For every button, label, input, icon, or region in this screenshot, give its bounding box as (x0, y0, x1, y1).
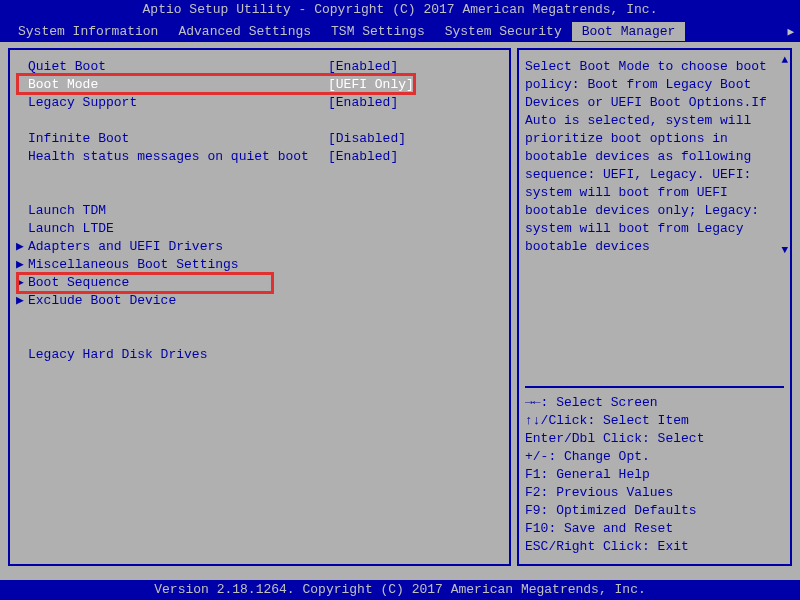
label-launch-ltde: Launch LTDE (28, 220, 328, 238)
submenu-arrow-icon: ▶ (16, 274, 28, 292)
tab-boot-manager[interactable]: Boot Manager (572, 22, 686, 41)
title-bar: Aptio Setup Utility - Copyright (C) 2017… (0, 0, 800, 20)
tab-advanced-settings[interactable]: Advanced Settings (168, 22, 321, 41)
item-launch-ltde[interactable]: Launch LTDE (16, 220, 503, 238)
key-change-opt: +/-: Change Opt. (525, 448, 784, 466)
help-panel: ▲ ▼ Select Boot Mode to choose boot poli… (517, 48, 792, 566)
item-quiet-boot[interactable]: Quiet Boot [Enabled] (16, 58, 503, 76)
label-launch-tdm: Launch TDM (28, 202, 328, 220)
item-launch-tdm[interactable]: Launch TDM (16, 202, 503, 220)
label-adapters: Adapters and UEFI Drivers (28, 238, 328, 256)
key-select-item: ↑↓/Click: Select Item (525, 412, 784, 430)
submenu-arrow-icon: ▶ (16, 256, 28, 274)
key-select: Enter/Dbl Click: Select (525, 430, 784, 448)
help-text: Select Boot Mode to choose boot policy: … (525, 58, 784, 380)
label-misc: Miscellaneous Boot Settings (28, 256, 328, 274)
footer-bar: Version 2.18.1264. Copyright (C) 2017 Am… (0, 580, 800, 600)
label-boot-seq: Boot Sequence (28, 274, 328, 292)
item-adapters-uefi-drivers[interactable]: ▶ Adapters and UEFI Drivers (16, 238, 503, 256)
tab-tsm-settings[interactable]: TSM Settings (321, 22, 435, 41)
key-previous-values: F2: Previous Values (525, 484, 784, 502)
label-boot-mode: Boot Mode (28, 76, 328, 94)
item-infinite-boot[interactable]: Infinite Boot [Disabled] (16, 130, 503, 148)
submenu-arrow-icon: ▶ (16, 238, 28, 256)
label-legacy-support: Legacy Support (28, 94, 328, 112)
key-exit: ESC/Right Click: Exit (525, 538, 784, 556)
key-optimized-defaults: F9: Optimized Defaults (525, 502, 784, 520)
key-select-screen: →←: Select Screen (525, 394, 784, 412)
value-infinite-boot: [Disabled] (328, 130, 406, 148)
keyhelp-block: →←: Select Screen ↑↓/Click: Select Item … (525, 394, 784, 556)
item-health-status[interactable]: Health status messages on quiet boot [En… (16, 148, 503, 184)
item-legacy-support[interactable]: Legacy Support [Enabled] (16, 94, 503, 112)
item-misc-boot-settings[interactable]: ▶ Miscellaneous Boot Settings (16, 256, 503, 274)
scroll-down-icon: ▼ (781, 244, 788, 256)
tab-scroll-right-icon[interactable]: ▶ (787, 25, 794, 38)
value-boot-mode: [UEFI Only] (328, 76, 414, 94)
label-infinite-boot: Infinite Boot (28, 130, 328, 148)
settings-panel: Quiet Boot [Enabled] Boot Mode [UEFI Onl… (8, 48, 511, 566)
tab-system-information[interactable]: System Information (8, 22, 168, 41)
item-legacy-hdd[interactable]: Legacy Hard Disk Drives (16, 346, 503, 364)
label-exclude: Exclude Boot Device (28, 292, 328, 310)
key-general-help: F1: General Help (525, 466, 784, 484)
label-legacy-hdd: Legacy Hard Disk Drives (28, 346, 328, 364)
submenu-arrow-icon: ▶ (16, 292, 28, 310)
item-boot-sequence[interactable]: ▶ Boot Sequence (16, 274, 503, 292)
scroll-up-icon: ▲ (781, 54, 788, 66)
value-health-status: [Enabled] (328, 148, 398, 184)
label-health-status: Health status messages on quiet boot (28, 148, 328, 184)
value-legacy-support: [Enabled] (328, 94, 398, 112)
label-quiet-boot: Quiet Boot (28, 58, 328, 76)
value-quiet-boot: [Enabled] (328, 58, 398, 76)
tab-system-security[interactable]: System Security (435, 22, 572, 41)
item-boot-mode[interactable]: Boot Mode [UEFI Only] (16, 76, 503, 94)
item-exclude-boot-device[interactable]: ▶ Exclude Boot Device (16, 292, 503, 310)
tab-bar: System Information Advanced Settings TSM… (0, 20, 800, 42)
key-save-reset: F10: Save and Reset (525, 520, 784, 538)
help-divider (525, 386, 784, 388)
